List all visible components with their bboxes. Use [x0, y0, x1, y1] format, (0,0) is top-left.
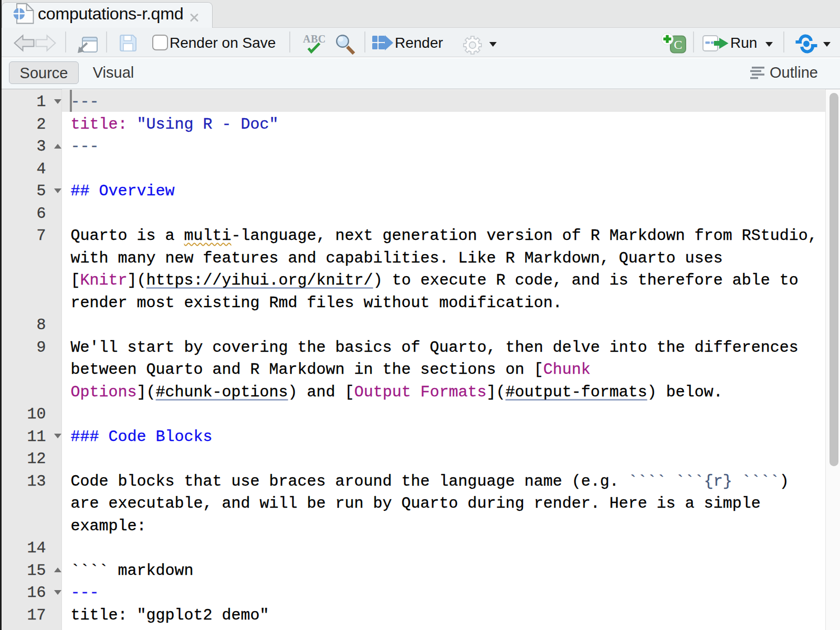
- svg-text:C: C: [674, 38, 682, 51]
